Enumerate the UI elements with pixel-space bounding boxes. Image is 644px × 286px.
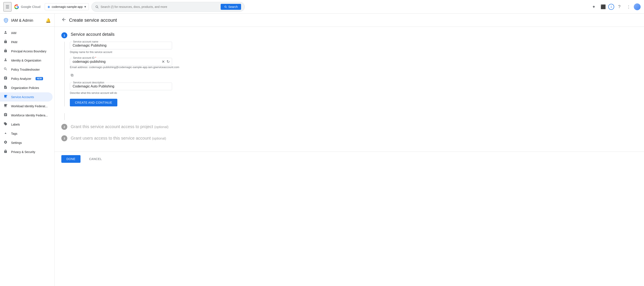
service-account-name-group: Service account name Display name for th… — [70, 42, 239, 54]
project-dropdown-icon: ▾ — [84, 5, 86, 9]
service-account-name-input[interactable] — [72, 44, 169, 47]
bottom-action-bar: DONE CANCEL — [54, 152, 644, 166]
create-and-continue-button[interactable]: CREATE AND CONTINUE — [70, 99, 117, 106]
sidebar-item-identity-organization[interactable]: Identity & Organization — [0, 56, 52, 65]
sidebar-item-policy-analyzer[interactable]: Policy Analyzer NEW — [0, 74, 52, 83]
cancel-button[interactable]: CANCEL — [84, 155, 107, 163]
service-account-id-group: Service account ID ✕ ↻ Email address: co… — [70, 58, 239, 78]
sidebar-item-policy-troubleshooter[interactable]: Policy Troubleshooter — [0, 65, 52, 74]
clear-id-button[interactable]: ✕ — [161, 59, 165, 64]
project-icon: ◈ — [48, 5, 50, 9]
sidebar-item-label-service-accounts: Service Accounts — [11, 95, 34, 99]
refresh-id-button[interactable]: ↻ — [166, 59, 170, 64]
service-account-name-label: Service account name — [72, 40, 99, 43]
page-title: Create service account — [69, 17, 117, 23]
search-btn-icon — [224, 5, 227, 8]
google-cloud-text: Google Cloud — [21, 5, 40, 8]
step-1-badge: 1 — [61, 32, 67, 38]
policy-analyzer-icon — [4, 76, 8, 81]
sidebar-item-label-iam: IAM — [11, 31, 16, 35]
search-bar: Search — [91, 2, 245, 12]
sidebar-item-tags[interactable]: Tags — [0, 129, 52, 138]
step-3-title: Grant users access to this service accou… — [71, 136, 166, 141]
sidebar-item-label-privacy-security: Privacy & Security — [11, 150, 35, 154]
sidebar-item-label-principal-access-boundary: Principal Access Boundary — [11, 50, 46, 53]
help-button[interactable]: ? — [615, 2, 624, 11]
principal-access-boundary-icon — [4, 49, 8, 54]
sidebar-item-label-labels: Labels — [11, 123, 20, 126]
service-account-description-input[interactable] — [72, 84, 169, 88]
sidebar: IAM & Admin 🔔 IAM PAM Principal Access B… — [0, 14, 54, 286]
step-1-section: 1 Service account details Service accoun… — [61, 32, 239, 106]
more-options-button[interactable]: ⋮ — [624, 2, 633, 11]
step-2-section: 2 Grant this service account access to p… — [61, 123, 239, 130]
workload-identity-federation-icon — [4, 104, 8, 108]
step-2-subtitle: (optional) — [154, 125, 168, 129]
done-button[interactable]: DONE — [61, 155, 80, 163]
sidebar-item-label-workforce-identity-federation: Workforce Identity Federa... — [11, 114, 48, 117]
service-account-description-label: Service account description — [72, 81, 105, 84]
cloud-shell-button[interactable]: ⬛ — [599, 2, 607, 11]
step-2-title: Grant this service account access to pro… — [71, 124, 168, 129]
step-1-title: Service account details — [71, 32, 114, 37]
copy-email-button[interactable]: ⧉ — [70, 72, 74, 78]
step-3-content: Grant users access to this service accou… — [71, 135, 166, 141]
project-selector[interactable]: ◈ codemagic-sample-app ▾ — [45, 3, 89, 10]
sidebar-item-labels[interactable]: Labels — [0, 120, 52, 129]
sidebar-item-badge-policy-analyzer: NEW — [36, 77, 43, 80]
service-account-id-label: Service account ID — [72, 56, 97, 59]
google-cloud-logo: Google Cloud — [14, 4, 40, 9]
user-avatar[interactable] — [634, 3, 640, 10]
sidebar-item-pam[interactable]: PAM — [0, 37, 52, 47]
labels-icon — [4, 122, 8, 127]
service-account-id-input[interactable] — [72, 60, 169, 64]
organization-policies-icon — [4, 85, 8, 90]
sidebar-item-label-pam: PAM — [11, 40, 17, 44]
tags-icon — [4, 131, 8, 136]
service-account-description-group: Service account description Describe wha… — [70, 83, 239, 94]
step-3-section: 3 Grant users access to this service acc… — [61, 135, 239, 141]
back-icon — [61, 17, 66, 22]
sidebar-nav: IAM PAM Principal Access Boundary Identi… — [0, 28, 54, 156]
step-3-badge: 3 — [61, 135, 67, 141]
sidebar-item-label-tags: Tags — [11, 132, 18, 135]
service-account-name-field: Service account name — [70, 42, 172, 49]
search-button[interactable]: Search — [221, 4, 241, 10]
sidebar-item-workforce-identity-federation[interactable]: Workforce Identity Federa... — [0, 111, 52, 120]
main-layout: IAM & Admin 🔔 IAM PAM Principal Access B… — [0, 14, 644, 286]
section-divider-1 — [64, 113, 65, 120]
hamburger-menu-button[interactable]: ☰ — [4, 2, 12, 11]
gemini-button[interactable]: ✦ — [590, 2, 598, 11]
sidebar-item-workload-identity-federation[interactable]: Workload Identity Federat... — [0, 101, 52, 111]
iam-icon — [4, 30, 8, 35]
identity-organization-icon — [4, 58, 8, 63]
service-account-description-field: Service account description — [70, 83, 172, 90]
sidebar-item-label-identity-organization: Identity & Organization — [11, 59, 41, 62]
search-icon — [95, 5, 99, 9]
sidebar-item-iam[interactable]: IAM — [0, 28, 52, 37]
privacy-security-icon — [4, 149, 8, 154]
sidebar-item-principal-access-boundary[interactable]: Principal Access Boundary — [0, 47, 52, 56]
sidebar-item-settings[interactable]: Settings — [0, 138, 52, 147]
sidebar-item-service-accounts[interactable]: Service Accounts — [0, 92, 52, 101]
project-name: codemagic-sample-app — [52, 5, 83, 8]
back-button[interactable] — [61, 17, 66, 23]
sidebar-item-label-policy-analyzer: Policy Analyzer — [11, 77, 31, 80]
notification-badge[interactable]: 1 — [608, 4, 614, 10]
search-input[interactable] — [100, 5, 219, 8]
email-row: Email address: codemagic-publishing@code… — [70, 65, 239, 69]
sidebar-bell-icon[interactable]: 🔔 — [46, 18, 51, 23]
sidebar-item-privacy-security[interactable]: Privacy & Security — [0, 147, 52, 156]
sidebar-item-label-policy-troubleshooter: Policy Troubleshooter — [11, 68, 40, 71]
iam-admin-icon — [4, 18, 8, 23]
sidebar-item-organization-policies[interactable]: Organization Policies — [0, 83, 52, 92]
step-1-form: Service account name Display name for th… — [64, 42, 239, 106]
top-header: ☰ Google Cloud ◈ codemagic-sample-app ▾ … — [0, 0, 644, 14]
step-2-badge: 2 — [61, 124, 67, 130]
header-icons: ✦ ⬛ 1 ? ⋮ — [590, 2, 640, 11]
service-account-id-field: Service account ID ✕ ↻ — [70, 58, 172, 65]
page-header: Create service account — [54, 14, 644, 27]
step-3-subtitle: (optional) — [152, 137, 166, 140]
email-address: codemagic-publishing@codemagic-sample-ap… — [89, 65, 179, 69]
search-button-label: Search — [228, 5, 238, 8]
